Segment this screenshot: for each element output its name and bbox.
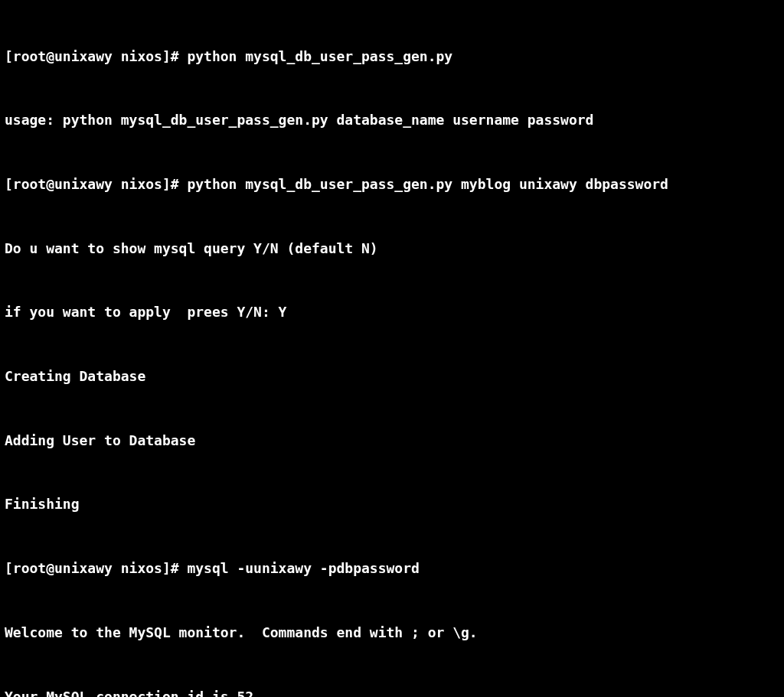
terminal-line: [root@unixawy nixos]# python mysql_db_us… — [5, 174, 779, 195]
terminal-line: [root@unixawy nixos]# mysql -uunixawy -p… — [5, 558, 779, 579]
terminal-line: Adding User to Database — [5, 430, 779, 451]
terminal-line: if you want to apply prees Y/N: Y — [5, 301, 779, 323]
terminal-line: [root@unixawy nixos]# python mysql_db_us… — [5, 46, 779, 67]
terminal-line: Welcome to the MySQL monitor. Commands e… — [5, 622, 779, 643]
terminal-line: usage: python mysql_db_user_pass_gen.py … — [5, 109, 779, 131]
terminal-line: Do u want to show mysql query Y/N (defau… — [5, 238, 779, 259]
terminal-window[interactable]: [root@unixawy nixos]# python mysql_db_us… — [0, 0, 784, 697]
terminal-line: Finishing — [5, 493, 779, 515]
terminal-line: Your MySQL connection id is 52 — [5, 686, 779, 698]
terminal-line: Creating Database — [5, 366, 779, 387]
